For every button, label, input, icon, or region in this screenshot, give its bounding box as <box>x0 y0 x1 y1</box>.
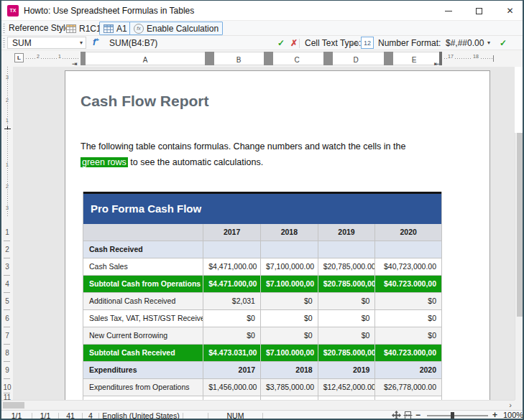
tab-alignment-selector[interactable]: L <box>14 53 24 62</box>
table-cell-value[interactable] <box>261 241 318 258</box>
table-cell-value[interactable]: $40.723.000,00 <box>375 276 441 292</box>
table-cell-value[interactable]: $0 <box>318 327 376 344</box>
vertical-ruler[interactable]: 3211231234567891011 <box>1 67 13 400</box>
function-select[interactable]: SUM ▾ <box>7 37 86 49</box>
table-cell-label[interactable]: Expenditures <box>83 362 203 378</box>
table-cell-label[interactable]: Subtotal Cash from Operations <box>83 276 203 292</box>
close-button[interactable]: ✕ <box>495 1 524 21</box>
table-cell-label[interactable]: Cash Received <box>83 241 203 258</box>
table-cell-value[interactable]: $0 <box>261 293 318 309</box>
table-cell-label[interactable]: New Current Borrowing <box>83 327 203 344</box>
table-cell-value[interactable]: $20,785,000.00 <box>318 258 376 275</box>
table-cell-value[interactable]: 2017 <box>203 224 261 241</box>
column-separator-handle[interactable] <box>264 52 273 65</box>
table-title[interactable]: Pro Forma Cash Flow <box>83 194 441 224</box>
document-paragraph[interactable]: The following table contains formulas. C… <box>81 139 461 170</box>
column-separator-handle[interactable] <box>323 52 333 65</box>
column-separator-handle[interactable] <box>384 52 393 65</box>
scroll-right-icon[interactable]: › <box>509 401 512 410</box>
row-tick <box>4 393 10 393</box>
table-cell-value[interactable]: $2,031 <box>203 293 261 309</box>
document-area[interactable]: Cash Flow Report The following table con… <box>13 67 515 400</box>
table-cell-label[interactable]: Expenditures from Operations <box>83 379 203 396</box>
table-cell-value[interactable]: $40.723.000,00 <box>375 345 441 361</box>
table-cell-value[interactable]: $0 <box>203 327 261 344</box>
table-cell-value[interactable] <box>318 241 376 258</box>
fit-width-icon[interactable] <box>403 411 413 420</box>
table-cell-value[interactable]: $0 <box>261 327 318 344</box>
vertical-scrollbar-thumb[interactable] <box>517 133 524 317</box>
horizontal-scrollbar[interactable]: › <box>1 400 515 410</box>
table-cell-value[interactable]: $20.785.000,00 <box>318 345 376 361</box>
zoom-out-button[interactable]: − <box>415 410 420 420</box>
indent-left-marker-icon[interactable]: ⇤ <box>434 60 440 67</box>
table-cell-value[interactable]: 2020 <box>375 362 441 378</box>
table-cell-value[interactable]: $40,723,000.00 <box>375 258 441 275</box>
table-cell-label[interactable] <box>83 224 203 241</box>
minimize-button[interactable] <box>434 1 463 21</box>
table-right-edge-marker[interactable] <box>439 52 442 65</box>
indent-right-marker-icon[interactable]: ⇥ <box>72 60 78 67</box>
table-cell-label[interactable]: Cash Sales <box>83 258 203 275</box>
table-cell-value[interactable]: $20.785.000,00 <box>318 276 376 292</box>
table-cell-value[interactable]: $4.473.031,00 <box>203 345 261 361</box>
number-format-input[interactable]: $#,##0.00 <box>446 36 484 50</box>
horizontal-scrollbar-thumb[interactable] <box>3 402 24 409</box>
fit-page-icon[interactable] <box>392 411 401 420</box>
a1-button[interactable]: A1 <box>99 22 132 35</box>
table-cell-label[interactable]: Sales Tax, VAT, HST/GST Received <box>83 310 203 327</box>
formula-input[interactable]: SUM(B4:B7) <box>109 36 157 50</box>
apply-formula-icon[interactable]: ✓ <box>277 36 285 50</box>
table-cell-label[interactable]: Subtotal Cash Received <box>83 345 203 361</box>
table-cell-value[interactable]: $12,452,000.00 <box>318 379 376 396</box>
insert-formula-icon[interactable]: f+ <box>93 37 99 47</box>
table-cell-value[interactable]: $26,778,000.00 <box>375 379 441 396</box>
text-type-ab-button[interactable]: AB <box>351 40 359 47</box>
zoom-level[interactable]: 100% <box>503 410 523 420</box>
table-cell-value[interactable]: $7,100,000.00 <box>261 258 318 275</box>
horizontal-ruler[interactable]: L ABCDE ⇥ ⇤ 211718 <box>1 50 523 67</box>
table-cell-value[interactable]: $0 <box>375 310 441 327</box>
table-cell-value[interactable] <box>203 241 261 258</box>
toolbar-grip[interactable] <box>3 38 5 48</box>
document-heading[interactable]: Cash Flow Report <box>81 93 209 110</box>
table-cell-value[interactable] <box>375 241 441 258</box>
chevron-down-icon[interactable]: ▾ <box>487 36 490 50</box>
table-cell-value[interactable]: $3,785,000.00 <box>261 379 318 396</box>
table-cell-value[interactable]: 2018 <box>261 224 318 241</box>
table-cell-value[interactable]: $0 <box>318 293 376 309</box>
table-cell-value[interactable]: $0 <box>318 310 376 327</box>
table-cell-value[interactable]: $7.100.000,00 <box>261 345 318 361</box>
table-cell-value[interactable]: $1,456,000.00 <box>203 379 261 396</box>
table-cell-value[interactable]: 2017 <box>203 362 261 378</box>
margin-marker[interactable] <box>4 129 11 129</box>
table-cell-value[interactable]: $4.471.000,00 <box>203 276 261 292</box>
table-column-strip[interactable]: ABCDE <box>81 52 441 65</box>
table-cell-value[interactable]: $4,471,000.00 <box>203 258 261 275</box>
toolbar-grip[interactable] <box>3 24 5 34</box>
table-cell-label[interactable]: Additional Cash Received <box>83 293 203 309</box>
table-cell-value[interactable]: 2019 <box>318 362 376 378</box>
table-cell-value[interactable]: 2018 <box>261 362 318 378</box>
maximize-button[interactable] <box>464 1 493 21</box>
apply-format-icon[interactable]: ✓ <box>500 36 507 50</box>
table-cell-value[interactable]: $0 <box>375 327 441 344</box>
column-separator-handle[interactable] <box>81 52 86 65</box>
table-cell-value[interactable]: 2019 <box>318 224 376 241</box>
table-cell-value[interactable]: $0 <box>261 310 318 327</box>
cancel-formula-icon[interactable]: ✗ <box>290 36 298 50</box>
column-separator-handle[interactable] <box>205 52 214 65</box>
table-cell-value[interactable]: 2020 <box>375 224 441 241</box>
zoom-slider[interactable] <box>427 415 488 416</box>
table-row: 2017201820192020 <box>83 224 441 241</box>
zoom-in-button[interactable]: + <box>492 410 497 420</box>
table-cell-value[interactable]: $0 <box>203 310 261 327</box>
table-cell-value[interactable]: $7.100.000,00 <box>261 276 318 292</box>
zoom-slider-thumb[interactable] <box>451 412 454 419</box>
cash-flow-table[interactable]: Pro Forma Cash Flow 2017201820192020Cash… <box>83 192 442 400</box>
text-type-number-button[interactable]: 12 <box>361 37 374 49</box>
vertical-scrollbar[interactable]: ▾ <box>515 133 524 420</box>
table-cell-value[interactable]: $0 <box>375 293 441 309</box>
document-page[interactable]: Cash Flow Report The following table con… <box>65 70 490 400</box>
enable-calculation-button[interactable]: fx Enable Calculation <box>129 22 223 35</box>
